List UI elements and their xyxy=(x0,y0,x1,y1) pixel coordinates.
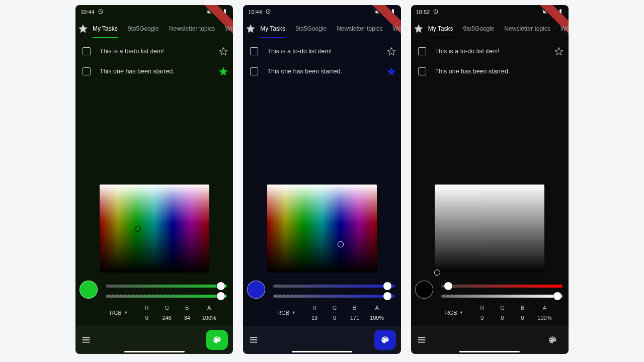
color-mode-select[interactable]: RGB ▼ xyxy=(110,305,128,316)
tab-item[interactable]: Newsletter topics xyxy=(332,19,387,38)
checkbox-icon[interactable] xyxy=(250,47,258,55)
tab-item[interactable]: We xyxy=(388,19,401,38)
tab-item[interactable]: My Tasks xyxy=(255,19,290,38)
hue-slider[interactable] xyxy=(106,285,227,288)
svg-marker-1 xyxy=(79,25,87,32)
checkbox-icon[interactable] xyxy=(418,47,426,55)
svg-marker-10 xyxy=(387,68,395,75)
home-indicator xyxy=(124,351,185,352)
tab-item[interactable]: We xyxy=(220,19,233,38)
list-item[interactable]: This is a to-do list item! xyxy=(75,41,233,61)
svg-marker-9 xyxy=(387,48,395,55)
todo-text: This is a to-do list item! xyxy=(435,48,554,55)
color-spectrum[interactable] xyxy=(267,185,377,273)
menu-button[interactable] xyxy=(416,334,427,345)
slider-thumb[interactable] xyxy=(383,282,391,290)
rgba-values: R0 G246 B34 A100% xyxy=(141,305,217,321)
phone-screen: 10:44 My Tasks9to5GoogleNewsletter topic… xyxy=(243,5,400,354)
tab-starred[interactable] xyxy=(246,24,255,33)
bottom-bar xyxy=(75,326,233,354)
menu-button[interactable] xyxy=(248,334,259,345)
tab-bar: My Tasks9to5GoogleNewsletter topicsWe xyxy=(243,19,400,38)
color-swatch xyxy=(415,281,433,299)
star-icon[interactable] xyxy=(387,67,396,76)
svg-marker-17 xyxy=(555,68,562,75)
palette-fab[interactable] xyxy=(374,330,396,350)
checkbox-icon[interactable] xyxy=(250,67,258,75)
todo-list: This is a to-do list item! This one has … xyxy=(411,38,569,84)
slider-thumb[interactable] xyxy=(217,282,225,290)
rgba-values: R0 G0 B0 A100% xyxy=(476,305,552,321)
list-item[interactable]: This one has been starred. xyxy=(75,61,233,81)
tab-item[interactable]: Newsletter topics xyxy=(500,19,555,38)
color-mode-select[interactable]: RGB ▼ xyxy=(277,305,296,316)
tab-item[interactable]: My Tasks xyxy=(88,19,123,38)
svg-marker-8 xyxy=(247,25,255,32)
svg-marker-2 xyxy=(220,48,227,55)
tab-item[interactable]: 9to5Google xyxy=(123,19,164,38)
color-picker: RGB ▼ R0 G0 B0 A100% xyxy=(411,185,569,326)
tab-item[interactable]: 9to5Google xyxy=(290,19,332,38)
slider-thumb[interactable] xyxy=(553,292,561,300)
status-time: 10:44 xyxy=(80,9,95,15)
tab-starred[interactable] xyxy=(78,24,88,33)
todo-list: This is a to-do list item! This one has … xyxy=(75,38,233,84)
tab-item[interactable]: My Tasks xyxy=(423,19,458,38)
svg-marker-15 xyxy=(415,25,422,32)
color-spectrum[interactable] xyxy=(435,185,544,273)
clock-icon xyxy=(433,9,439,16)
hue-slider[interactable] xyxy=(273,285,394,288)
list-item[interactable]: This is a to-do list item! xyxy=(243,41,400,61)
tab-item[interactable]: 9to5Google xyxy=(458,19,499,38)
color-swatch xyxy=(247,281,265,299)
alpha-slider[interactable] xyxy=(273,295,394,298)
bottom-bar xyxy=(411,326,569,354)
palette-fab[interactable] xyxy=(206,330,228,350)
status-time: 10:52 xyxy=(416,9,430,15)
phone-screen: 10:44 My Tasks9to5GoogleNewsletter topic… xyxy=(75,5,233,354)
color-picker: RGB ▼ R13 G0 B171 A100% xyxy=(243,185,400,326)
slider-thumb[interactable] xyxy=(444,282,452,290)
todo-text: This is a to-do list item! xyxy=(100,48,219,55)
todo-text: This one has been starred. xyxy=(267,68,386,75)
tab-item[interactable]: Newsletter topics xyxy=(164,19,220,38)
tab-bar: My Tasks9to5GoogleNewsletter topicsWe xyxy=(411,19,569,38)
tab-item[interactable]: We xyxy=(555,19,569,38)
color-spectrum[interactable] xyxy=(100,185,209,273)
color-mode-select[interactable]: RGB ▼ xyxy=(445,305,464,316)
star-icon[interactable] xyxy=(554,67,564,76)
tab-starred[interactable] xyxy=(414,24,423,33)
clock-icon xyxy=(265,9,271,16)
checkbox-icon[interactable] xyxy=(418,67,426,75)
checkbox-icon[interactable] xyxy=(83,47,91,55)
chevron-down-icon: ▼ xyxy=(291,310,296,315)
star-icon[interactable] xyxy=(219,47,228,56)
list-item[interactable]: This one has been starred. xyxy=(411,61,569,81)
status-time: 10:44 xyxy=(248,9,262,15)
color-picker: RGB ▼ R0 G246 B34 A100% xyxy=(75,185,233,326)
todo-text: This is a to-do list item! xyxy=(267,48,386,55)
list-item[interactable]: This one has been starred. xyxy=(243,61,400,81)
slider-thumb[interactable] xyxy=(383,292,391,300)
slider-thumb[interactable] xyxy=(217,292,225,300)
alpha-slider[interactable] xyxy=(106,295,227,298)
phone-screen: 10:52 My Tasks9to5GoogleNewsletter topic… xyxy=(411,5,569,354)
palette-fab[interactable] xyxy=(541,330,564,350)
list-item[interactable]: This is a to-do list item! xyxy=(411,41,569,61)
svg-marker-16 xyxy=(555,48,562,55)
star-icon[interactable] xyxy=(387,47,396,56)
todo-text: This one has been starred. xyxy=(435,68,554,75)
spectrum-cursor[interactable] xyxy=(434,269,440,276)
todo-list: This is a to-do list item! This one has … xyxy=(243,38,400,84)
hue-slider[interactable] xyxy=(441,285,562,288)
home-indicator xyxy=(459,351,520,352)
chevron-down-icon: ▼ xyxy=(459,310,464,315)
checkbox-icon[interactable] xyxy=(83,67,91,75)
star-icon[interactable] xyxy=(219,67,228,76)
alpha-slider[interactable] xyxy=(441,295,562,298)
star-icon[interactable] xyxy=(554,47,564,56)
spectrum-cursor[interactable] xyxy=(135,226,141,232)
svg-marker-3 xyxy=(220,68,227,75)
menu-button[interactable] xyxy=(80,334,92,345)
spectrum-cursor[interactable] xyxy=(338,241,344,247)
